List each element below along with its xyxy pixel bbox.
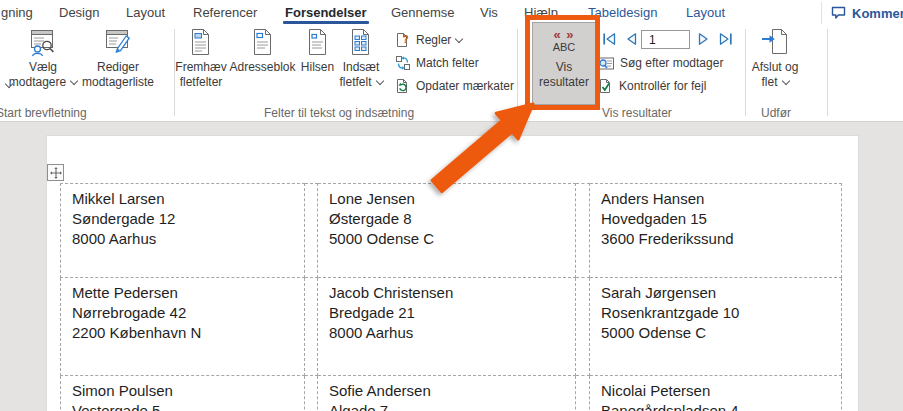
edit-recipient-list-label-2: modtagerliste bbox=[82, 75, 154, 90]
finish-and-merge-button[interactable]: Afslut og flet bbox=[744, 28, 806, 90]
insert-merge-field-icon bbox=[347, 28, 375, 57]
check-for-errors-button[interactable]: Kontrollér for fejl bbox=[598, 77, 706, 95]
address-block-button[interactable]: Adresseblok bbox=[229, 28, 296, 75]
match-fields-icon bbox=[395, 55, 411, 71]
select-recipients-label-2: modtagere bbox=[9, 75, 77, 90]
word-window: Kommentarer gningDesignLayoutReferencerF… bbox=[0, 0, 903, 411]
group-label-preview-results: Vis resultater bbox=[602, 106, 672, 120]
address-line: Nørrebrogade 42 bbox=[72, 303, 300, 323]
comments-label: Kommentarer bbox=[852, 6, 903, 21]
spacer-cell bbox=[576, 184, 590, 278]
rules-label: Regler bbox=[416, 33, 462, 47]
group-label-finish: Udfør bbox=[761, 106, 791, 120]
address-line: 5000 Odense C bbox=[601, 323, 837, 343]
edit-recipient-list-label-1: Rediger bbox=[97, 60, 139, 75]
table-move-handle[interactable] bbox=[47, 164, 64, 181]
tab-gning[interactable]: gning bbox=[1, 0, 33, 24]
address-line: Sofie Andersen bbox=[329, 381, 571, 401]
previous-record-button[interactable] bbox=[622, 29, 640, 48]
next-record-button[interactable] bbox=[694, 29, 712, 48]
address-line: Anders Hansen bbox=[601, 189, 837, 209]
tab-design[interactable]: Design bbox=[59, 0, 99, 24]
label-cell[interactable]: Sarah JørgensenRosenkrantzgade 105000 Od… bbox=[590, 278, 842, 376]
preview-results-label-2: resultater bbox=[539, 75, 589, 90]
highlight-merge-fields-icon bbox=[187, 28, 215, 57]
spacer-cell bbox=[305, 376, 318, 411]
address-line: Banegårdspladsen 4 bbox=[601, 401, 837, 411]
check-for-errors-label: Kontrollér for fejl bbox=[619, 79, 706, 93]
address-line: Hovedgaden 15 bbox=[601, 209, 837, 229]
group-separator bbox=[827, 29, 828, 116]
address-line: Mette Pedersen bbox=[72, 283, 300, 303]
insert-merge-field-button[interactable]: Indsæt fletfelt bbox=[332, 28, 390, 90]
address-line: 8000 Aarhus bbox=[72, 229, 300, 249]
spacer-cell bbox=[576, 278, 590, 376]
tab-vis[interactable]: Vis bbox=[480, 0, 498, 24]
chevron-down-icon bbox=[455, 35, 463, 43]
label-cell[interactable]: Mikkel LarsenSøndergade 128000 Aarhus bbox=[61, 184, 305, 278]
tab-tabeldesign-contextual[interactable]: Tabeldesign bbox=[588, 0, 657, 24]
match-fields-button[interactable]: Match felter bbox=[395, 54, 479, 72]
find-recipient-icon bbox=[598, 56, 615, 71]
label-cell[interactable]: Anders HansenHovedgaden 153600 Frederiks… bbox=[590, 184, 842, 278]
address-line: 8000 Aarhus bbox=[329, 323, 571, 343]
first-record-icon bbox=[601, 31, 618, 47]
update-labels-label: Opdater mærkater bbox=[416, 79, 514, 93]
update-labels-button[interactable]: Opdater mærkater bbox=[395, 77, 514, 95]
chevron-down-icon bbox=[781, 77, 789, 85]
address-line: Østergade 8 bbox=[329, 209, 571, 229]
last-record-button[interactable] bbox=[716, 29, 734, 48]
svg-text:?: ? bbox=[402, 34, 408, 45]
preview-results-label-1: Vis bbox=[556, 60, 572, 75]
label-cell[interactable]: Lone JensenØstergade 85000 Odense C bbox=[318, 184, 576, 278]
tab-referencer[interactable]: Referencer bbox=[193, 0, 257, 24]
label-row: Simon PoulsenVestergade 5Sofie AndersenA… bbox=[61, 376, 842, 411]
address-block-label: Adresseblok bbox=[229, 60, 295, 75]
highlight-merge-fields-button[interactable]: Fremhæv fletfelter bbox=[170, 28, 232, 90]
finish-and-merge-label-2: flet bbox=[761, 75, 788, 90]
address-line: Jacob Christensen bbox=[329, 283, 571, 303]
label-cell[interactable]: Nicolai PetersenBanegårdspladsen 4 bbox=[590, 376, 842, 411]
greeting-line-icon bbox=[304, 28, 332, 57]
document-page[interactable]: Mikkel LarsenSøndergade 128000 AarhusLon… bbox=[46, 135, 859, 411]
find-recipient-button[interactable]: Søg efter modtager bbox=[598, 54, 723, 72]
finish-and-merge-label-1: Afslut og bbox=[752, 60, 799, 75]
tab-layout[interactable]: Layout bbox=[126, 0, 165, 24]
label-cell[interactable]: Sofie AndersenAlgade 7 bbox=[318, 376, 576, 411]
ribbon: Vælg modtagere Rediger modtagerliste bbox=[0, 25, 903, 122]
address-block-icon bbox=[249, 28, 277, 57]
match-fields-label: Match felter bbox=[416, 56, 479, 70]
highlight-merge-fields-label-1: Fremhæv bbox=[175, 60, 226, 75]
select-recipients-button[interactable]: Vælg modtagere bbox=[4, 28, 82, 90]
labels-table: Mikkel LarsenSøndergade 128000 AarhusLon… bbox=[60, 183, 842, 411]
edit-recipient-list-button[interactable]: Rediger modtagerliste bbox=[76, 28, 160, 90]
address-line: Mikkel Larsen bbox=[72, 189, 300, 209]
rules-button[interactable]: ? Regler bbox=[395, 31, 462, 49]
update-labels-icon bbox=[395, 78, 411, 94]
spacer-cell bbox=[305, 278, 318, 376]
greeting-line-label: Hilsen bbox=[301, 60, 334, 75]
group-label-start-mail-merge: Start brevfletning bbox=[0, 106, 87, 120]
check-for-errors-icon bbox=[598, 78, 614, 94]
preview-results-button[interactable]: « » ABC Vis resultater bbox=[532, 22, 596, 105]
record-number-input[interactable] bbox=[641, 30, 690, 49]
next-record-icon bbox=[696, 31, 711, 47]
rules-icon: ? bbox=[395, 32, 411, 48]
first-record-button[interactable] bbox=[600, 29, 618, 48]
select-recipients-label-1: Vælg bbox=[29, 60, 57, 75]
tab-gennemse[interactable]: Gennemse bbox=[391, 0, 455, 24]
comments-button[interactable]: Kommentarer bbox=[821, 2, 903, 24]
chevron-down-icon bbox=[375, 77, 383, 85]
address-line: Algade 7 bbox=[329, 401, 571, 411]
tab-hjælp[interactable]: Hjælp bbox=[524, 0, 558, 24]
label-cell[interactable]: Simon PoulsenVestergade 5 bbox=[61, 376, 305, 411]
finish-and-merge-icon bbox=[760, 28, 790, 57]
address-line: Simon Poulsen bbox=[72, 381, 300, 401]
group-separator bbox=[517, 29, 518, 116]
tab-layout-contextual[interactable]: Layout bbox=[686, 0, 725, 24]
label-cell[interactable]: Mette PedersenNørrebrogade 422200 Københ… bbox=[61, 278, 305, 376]
label-cell[interactable]: Jacob ChristensenBredgade 218000 Aarhus bbox=[318, 278, 576, 376]
address-line: Sarah Jørgensen bbox=[601, 283, 837, 303]
address-line: 5000 Odense C bbox=[329, 229, 571, 249]
tab-forsendelser[interactable]: Forsendelser bbox=[285, 0, 367, 24]
